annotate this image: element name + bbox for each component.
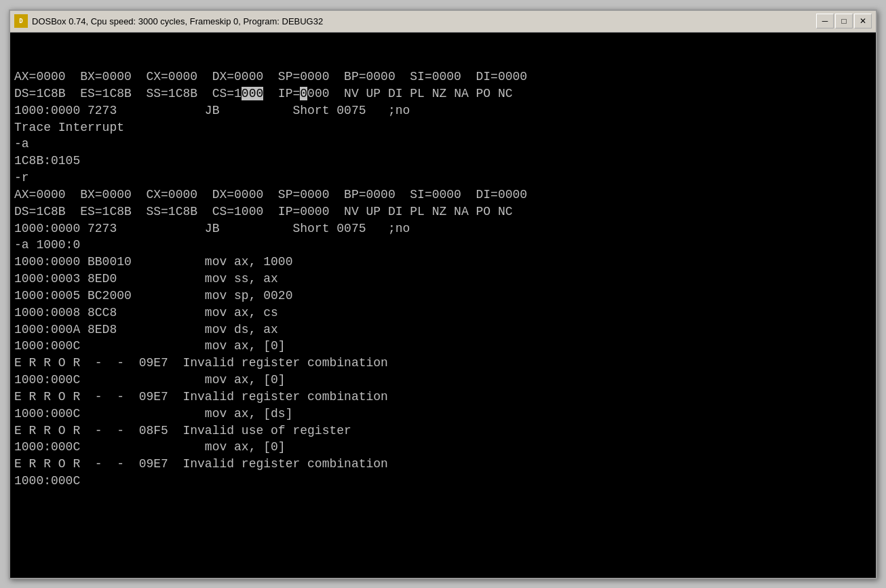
minimize-button[interactable]: ─ [816, 14, 834, 28]
maximize-button[interactable]: □ [835, 14, 853, 28]
app-icon-text: D [19, 18, 22, 24]
dosbox-window: D DOSBox 0.74, Cpu speed: 3000 cycles, F… [9, 9, 877, 579]
window-title: DOSBox 0.74, Cpu speed: 3000 cycles, Fra… [32, 16, 816, 26]
close-button[interactable]: ✕ [854, 14, 872, 28]
titlebar: D DOSBox 0.74, Cpu speed: 3000 cycles, F… [10, 11, 876, 33]
terminal-screen[interactable]: AX=0000 BX=0000 CX=0000 DX=0000 SP=0000 … [10, 33, 876, 578]
app-icon: D [14, 14, 28, 28]
window-controls: ─ □ ✕ [816, 14, 872, 28]
